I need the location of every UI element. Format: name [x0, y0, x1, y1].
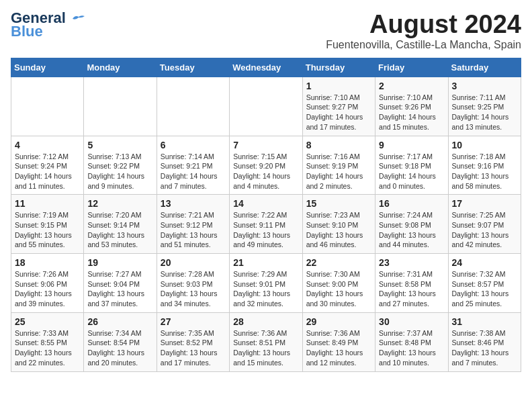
- day-number: 19: [87, 257, 152, 268]
- day-info: Sunrise: 7:27 AMSunset: 9:04 PMDaylight:…: [87, 269, 152, 309]
- calendar-body: 1Sunrise: 7:10 AMSunset: 9:27 PMDaylight…: [11, 77, 521, 371]
- weekday-header-wednesday: Wednesday: [230, 58, 302, 77]
- day-info: Sunrise: 7:38 AMSunset: 8:46 PMDaylight:…: [452, 328, 517, 368]
- day-number: 7: [233, 140, 298, 150]
- day-info: Sunrise: 7:11 AMSunset: 9:25 PMDaylight:…: [452, 93, 517, 132]
- calendar-cell: 23Sunrise: 7:31 AMSunset: 8:58 PMDayligh…: [375, 254, 448, 313]
- week-row-2: 4Sunrise: 7:12 AMSunset: 9:24 PMDaylight…: [11, 136, 521, 195]
- day-info: Sunrise: 7:12 AMSunset: 9:24 PMDaylight:…: [15, 152, 80, 191]
- calendar-cell: 30Sunrise: 7:37 AMSunset: 8:48 PMDayligh…: [375, 312, 448, 371]
- day-info: Sunrise: 7:29 AMSunset: 9:01 PMDaylight:…: [233, 269, 298, 309]
- calendar-table: SundayMondayTuesdayWednesdayThursdayFrid…: [11, 58, 521, 372]
- day-info: Sunrise: 7:36 AMSunset: 8:51 PMDaylight:…: [233, 328, 298, 368]
- weekday-header-monday: Monday: [84, 58, 157, 77]
- day-number: 3: [452, 81, 517, 91]
- day-number: 6: [161, 140, 226, 150]
- calendar-cell: 14Sunrise: 7:22 AMSunset: 9:11 PMDayligh…: [230, 195, 302, 254]
- day-info: Sunrise: 7:15 AMSunset: 9:20 PMDaylight:…: [233, 152, 298, 191]
- day-info: Sunrise: 7:28 AMSunset: 9:03 PMDaylight:…: [161, 269, 226, 309]
- calendar-cell: 25Sunrise: 7:33 AMSunset: 8:55 PMDayligh…: [11, 312, 84, 371]
- month-title: August 2024: [326, 11, 521, 39]
- calendar-cell: 24Sunrise: 7:32 AMSunset: 8:57 PMDayligh…: [448, 254, 521, 313]
- day-number: 20: [161, 257, 226, 268]
- day-number: 8: [306, 140, 371, 150]
- day-info: Sunrise: 7:17 AMSunset: 9:18 PMDaylight:…: [379, 152, 444, 191]
- day-info: Sunrise: 7:37 AMSunset: 8:48 PMDaylight:…: [379, 328, 444, 368]
- location-title: Fuentenovilla, Castille-La Mancha, Spain: [326, 39, 521, 51]
- logo-bird-icon: [71, 13, 86, 24]
- weekday-header-saturday: Saturday: [448, 58, 521, 77]
- day-info: Sunrise: 7:10 AMSunset: 9:27 PMDaylight:…: [306, 93, 371, 132]
- day-number: 4: [15, 140, 80, 150]
- header: General Blue August 2024 Fuentenovilla, …: [11, 11, 521, 51]
- day-number: 1: [306, 81, 371, 91]
- week-row-1: 1Sunrise: 7:10 AMSunset: 9:27 PMDaylight…: [11, 77, 521, 136]
- calendar-cell: 12Sunrise: 7:20 AMSunset: 9:14 PMDayligh…: [84, 195, 157, 254]
- logo-blue: Blue: [11, 24, 43, 39]
- calendar-cell: 26Sunrise: 7:34 AMSunset: 8:54 PMDayligh…: [84, 312, 157, 371]
- calendar-cell: 17Sunrise: 7:25 AMSunset: 9:07 PMDayligh…: [448, 195, 521, 254]
- day-info: Sunrise: 7:36 AMSunset: 8:49 PMDaylight:…: [306, 328, 371, 368]
- calendar-cell: 7Sunrise: 7:15 AMSunset: 9:20 PMDaylight…: [230, 136, 302, 195]
- day-number: 26: [87, 316, 152, 327]
- day-info: Sunrise: 7:18 AMSunset: 9:16 PMDaylight:…: [452, 152, 517, 191]
- calendar-cell: 2Sunrise: 7:10 AMSunset: 9:26 PMDaylight…: [375, 77, 448, 136]
- day-info: Sunrise: 7:26 AMSunset: 9:06 PMDaylight:…: [15, 269, 80, 309]
- day-number: 11: [15, 198, 80, 209]
- day-number: 30: [379, 316, 444, 327]
- day-info: Sunrise: 7:22 AMSunset: 9:11 PMDaylight:…: [233, 210, 298, 250]
- day-number: 28: [233, 316, 298, 327]
- day-info: Sunrise: 7:23 AMSunset: 9:10 PMDaylight:…: [306, 210, 371, 250]
- day-number: 25: [15, 316, 80, 327]
- day-number: 27: [161, 316, 226, 327]
- calendar-cell: [84, 77, 157, 136]
- week-row-4: 18Sunrise: 7:26 AMSunset: 9:06 PMDayligh…: [11, 254, 521, 313]
- day-number: 31: [452, 316, 517, 327]
- day-info: Sunrise: 7:25 AMSunset: 9:07 PMDaylight:…: [452, 210, 517, 250]
- day-info: Sunrise: 7:24 AMSunset: 9:08 PMDaylight:…: [379, 210, 444, 250]
- calendar-cell: 10Sunrise: 7:18 AMSunset: 9:16 PMDayligh…: [448, 136, 521, 195]
- weekday-header-friday: Friday: [375, 58, 448, 77]
- day-info: Sunrise: 7:32 AMSunset: 8:57 PMDaylight:…: [452, 269, 517, 309]
- day-number: 18: [15, 257, 80, 268]
- day-number: 9: [379, 140, 444, 150]
- calendar-cell: 8Sunrise: 7:16 AMSunset: 9:19 PMDaylight…: [302, 136, 375, 195]
- calendar-cell: 13Sunrise: 7:21 AMSunset: 9:12 PMDayligh…: [157, 195, 229, 254]
- day-number: 10: [452, 140, 517, 150]
- calendar-cell: 28Sunrise: 7:36 AMSunset: 8:51 PMDayligh…: [230, 312, 302, 371]
- day-info: Sunrise: 7:13 AMSunset: 9:22 PMDaylight:…: [87, 152, 152, 191]
- day-number: 23: [379, 257, 444, 268]
- calendar-cell: 11Sunrise: 7:19 AMSunset: 9:15 PMDayligh…: [11, 195, 84, 254]
- weekday-header-tuesday: Tuesday: [157, 58, 229, 77]
- calendar-cell: 6Sunrise: 7:14 AMSunset: 9:21 PMDaylight…: [157, 136, 229, 195]
- day-number: 22: [306, 257, 371, 268]
- day-number: 29: [306, 316, 371, 327]
- calendar-cell: 22Sunrise: 7:30 AMSunset: 9:00 PMDayligh…: [302, 254, 375, 313]
- calendar-cell: [157, 77, 229, 136]
- day-info: Sunrise: 7:30 AMSunset: 9:00 PMDaylight:…: [306, 269, 371, 309]
- day-number: 16: [379, 198, 444, 209]
- day-number: 5: [87, 140, 152, 150]
- day-info: Sunrise: 7:20 AMSunset: 9:14 PMDaylight:…: [87, 210, 152, 250]
- calendar-cell: 27Sunrise: 7:35 AMSunset: 8:52 PMDayligh…: [157, 312, 229, 371]
- day-number: 14: [233, 198, 298, 209]
- day-number: 12: [87, 198, 152, 209]
- calendar-cell: 18Sunrise: 7:26 AMSunset: 9:06 PMDayligh…: [11, 254, 84, 313]
- calendar-cell: 15Sunrise: 7:23 AMSunset: 9:10 PMDayligh…: [302, 195, 375, 254]
- day-info: Sunrise: 7:16 AMSunset: 9:19 PMDaylight:…: [306, 152, 371, 191]
- day-number: 21: [233, 257, 298, 268]
- day-info: Sunrise: 7:21 AMSunset: 9:12 PMDaylight:…: [161, 210, 226, 250]
- day-info: Sunrise: 7:31 AMSunset: 8:58 PMDaylight:…: [379, 269, 444, 309]
- weekday-header-thursday: Thursday: [302, 58, 375, 77]
- day-number: 15: [306, 198, 371, 209]
- day-number: 2: [379, 81, 444, 91]
- weekday-header-row: SundayMondayTuesdayWednesdayThursdayFrid…: [11, 58, 521, 77]
- calendar-cell: 9Sunrise: 7:17 AMSunset: 9:18 PMDaylight…: [375, 136, 448, 195]
- calendar-cell: 20Sunrise: 7:28 AMSunset: 9:03 PMDayligh…: [157, 254, 229, 313]
- day-number: 24: [452, 257, 517, 268]
- calendar-cell: [11, 77, 84, 136]
- day-info: Sunrise: 7:35 AMSunset: 8:52 PMDaylight:…: [161, 328, 226, 368]
- calendar-cell: 19Sunrise: 7:27 AMSunset: 9:04 PMDayligh…: [84, 254, 157, 313]
- calendar-cell: 29Sunrise: 7:36 AMSunset: 8:49 PMDayligh…: [302, 312, 375, 371]
- week-row-5: 25Sunrise: 7:33 AMSunset: 8:55 PMDayligh…: [11, 312, 521, 371]
